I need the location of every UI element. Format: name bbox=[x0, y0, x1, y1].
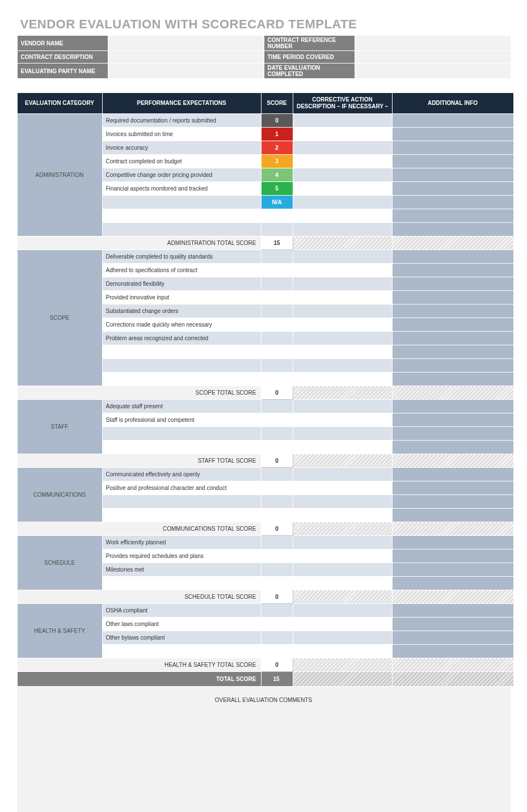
additional-info-cell[interactable] bbox=[392, 631, 513, 645]
score-cell[interactable] bbox=[261, 209, 293, 223]
additional-info-cell[interactable] bbox=[392, 141, 513, 155]
performance-cell[interactable]: Adequate staff present bbox=[102, 400, 261, 413]
additional-info-cell[interactable] bbox=[392, 577, 513, 590]
corrective-cell[interactable] bbox=[293, 304, 392, 318]
performance-cell[interactable]: Deliverable completed to quality standar… bbox=[102, 250, 261, 264]
additional-info-cell[interactable] bbox=[392, 509, 513, 522]
corrective-cell[interactable] bbox=[293, 645, 392, 658]
score-cell[interactable] bbox=[261, 604, 293, 618]
corrective-cell[interactable] bbox=[293, 618, 392, 631]
performance-cell[interactable] bbox=[102, 495, 261, 509]
additional-info-cell[interactable] bbox=[392, 182, 513, 196]
score-cell[interactable] bbox=[261, 495, 293, 509]
corrective-cell[interactable] bbox=[293, 318, 392, 332]
performance-cell[interactable] bbox=[102, 209, 261, 223]
score-cell[interactable] bbox=[261, 441, 293, 454]
score-cell[interactable] bbox=[261, 509, 293, 522]
corrective-cell[interactable] bbox=[293, 604, 392, 618]
additional-info-cell[interactable] bbox=[392, 114, 513, 128]
additional-info-cell[interactable] bbox=[392, 549, 513, 563]
additional-info-cell[interactable] bbox=[392, 373, 513, 386]
performance-cell[interactable] bbox=[102, 427, 261, 441]
score-cell[interactable]: 0 bbox=[261, 114, 293, 128]
performance-cell[interactable]: Positive and professional character and … bbox=[102, 481, 261, 495]
corrective-cell[interactable] bbox=[293, 182, 392, 196]
score-cell[interactable] bbox=[261, 645, 293, 658]
score-cell[interactable] bbox=[261, 481, 293, 495]
score-cell[interactable] bbox=[261, 332, 293, 345]
score-cell[interactable] bbox=[261, 223, 293, 236]
corrective-cell[interactable] bbox=[293, 332, 392, 345]
performance-cell[interactable]: Required documentation / reports submitt… bbox=[102, 114, 261, 128]
corrective-cell[interactable] bbox=[293, 209, 392, 223]
additional-info-cell[interactable] bbox=[392, 155, 513, 168]
score-cell[interactable] bbox=[261, 250, 293, 264]
score-cell[interactable] bbox=[261, 291, 293, 304]
corrective-cell[interactable] bbox=[293, 413, 392, 427]
additional-info-cell[interactable] bbox=[392, 495, 513, 509]
corrective-cell[interactable] bbox=[293, 577, 392, 590]
performance-cell[interactable]: Staff is professional and competent bbox=[102, 413, 261, 427]
corrective-cell[interactable] bbox=[293, 141, 392, 155]
corrective-cell[interactable] bbox=[293, 359, 392, 373]
additional-info-cell[interactable] bbox=[392, 618, 513, 631]
performance-cell[interactable]: Work efficiently planned bbox=[102, 536, 261, 549]
additional-info-cell[interactable] bbox=[392, 196, 513, 209]
score-cell[interactable] bbox=[261, 577, 293, 590]
additional-info-cell[interactable] bbox=[392, 223, 513, 236]
performance-cell[interactable] bbox=[102, 577, 261, 590]
score-cell[interactable] bbox=[261, 413, 293, 427]
corrective-cell[interactable] bbox=[293, 631, 392, 645]
corrective-cell[interactable] bbox=[293, 400, 392, 413]
performance-cell[interactable]: Corrections made quickly when necessary bbox=[102, 318, 261, 332]
corrective-cell[interactable] bbox=[293, 563, 392, 577]
score-cell[interactable] bbox=[261, 318, 293, 332]
performance-cell[interactable]: Other laws compliant bbox=[102, 618, 261, 631]
score-cell[interactable] bbox=[261, 359, 293, 373]
additional-info-cell[interactable] bbox=[392, 345, 513, 359]
additional-info-cell[interactable] bbox=[392, 128, 513, 141]
score-cell[interactable]: 1 bbox=[261, 128, 293, 141]
performance-cell[interactable]: Substantiated change orders bbox=[102, 304, 261, 318]
comments-box[interactable] bbox=[17, 708, 511, 812]
score-cell[interactable] bbox=[261, 618, 293, 631]
corrective-cell[interactable] bbox=[293, 168, 392, 182]
performance-cell[interactable]: Competitive change order pricing provide… bbox=[102, 168, 261, 182]
corrective-cell[interactable] bbox=[293, 441, 392, 454]
additional-info-cell[interactable] bbox=[392, 427, 513, 441]
corrective-cell[interactable] bbox=[293, 481, 392, 495]
additional-info-cell[interactable] bbox=[392, 645, 513, 658]
score-cell[interactable]: 3 bbox=[261, 155, 293, 168]
additional-info-cell[interactable] bbox=[392, 250, 513, 264]
contract-ref-field[interactable] bbox=[355, 36, 511, 51]
performance-cell[interactable] bbox=[102, 373, 261, 386]
performance-cell[interactable] bbox=[102, 645, 261, 658]
corrective-cell[interactable] bbox=[293, 277, 392, 291]
performance-cell[interactable]: Milestones met bbox=[102, 563, 261, 577]
additional-info-cell[interactable] bbox=[392, 264, 513, 277]
score-cell[interactable] bbox=[261, 427, 293, 441]
corrective-cell[interactable] bbox=[293, 345, 392, 359]
score-cell[interactable] bbox=[261, 277, 293, 291]
score-cell[interactable]: 5 bbox=[261, 182, 293, 196]
corrective-cell[interactable] bbox=[293, 549, 392, 563]
corrective-cell[interactable] bbox=[293, 536, 392, 549]
additional-info-cell[interactable] bbox=[392, 481, 513, 495]
corrective-cell[interactable] bbox=[293, 155, 392, 168]
vendor-name-field[interactable] bbox=[108, 36, 264, 51]
score-cell[interactable] bbox=[261, 563, 293, 577]
score-cell[interactable] bbox=[261, 345, 293, 359]
score-cell[interactable] bbox=[261, 468, 293, 481]
performance-cell[interactable]: Contract completed on budget bbox=[102, 155, 261, 168]
corrective-cell[interactable] bbox=[293, 223, 392, 236]
performance-cell[interactable]: Other bylaws compliant bbox=[102, 631, 261, 645]
performance-cell[interactable]: Financial aspects monitored and tracked bbox=[102, 182, 261, 196]
additional-info-cell[interactable] bbox=[392, 277, 513, 291]
score-cell[interactable]: 2 bbox=[261, 141, 293, 155]
performance-cell[interactable] bbox=[102, 223, 261, 236]
corrective-cell[interactable] bbox=[293, 373, 392, 386]
additional-info-cell[interactable] bbox=[392, 468, 513, 481]
performance-cell[interactable]: Provided innovative input bbox=[102, 291, 261, 304]
corrective-cell[interactable] bbox=[293, 291, 392, 304]
corrective-cell[interactable] bbox=[293, 196, 392, 209]
